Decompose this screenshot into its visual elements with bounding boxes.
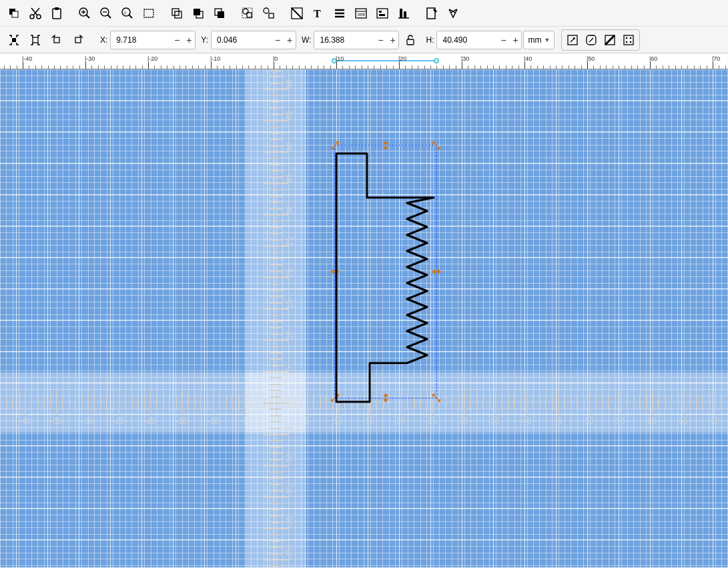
axis-x-label: 25: [428, 416, 436, 426]
ruler-label: |10: [336, 55, 344, 62]
axis-x-label: 15: [365, 416, 374, 426]
svg-rect-28: [379, 14, 385, 16]
axis-y-label: 50: [285, 80, 294, 89]
svg-rect-26: [377, 9, 388, 18]
duplicate-icon[interactable]: [167, 3, 187, 23]
axis-y-label: 10: [285, 331, 294, 340]
svg-text:T: T: [314, 8, 321, 19]
ungroup-icon[interactable]: [259, 3, 279, 23]
unit-selector[interactable]: mm ▼: [523, 31, 555, 49]
move-gradient-icon[interactable]: [601, 32, 619, 48]
svg-point-43: [626, 41, 628, 43]
rotate-ccw-icon[interactable]: [47, 30, 67, 50]
ruler-label: |20: [398, 55, 406, 62]
x-input[interactable]: [111, 31, 171, 49]
h-inc[interactable]: +: [509, 31, 521, 49]
guide-handle-right[interactable]: [434, 58, 439, 63]
move-pattern-icon[interactable]: [620, 32, 637, 48]
paste-icon[interactable]: [47, 3, 67, 23]
ruler-label: |70: [712, 55, 720, 62]
svg-rect-34: [54, 37, 59, 43]
svg-rect-29: [400, 9, 402, 18]
prefs-icon[interactable]: [422, 3, 442, 23]
w-input[interactable]: [314, 31, 374, 49]
w-inc[interactable]: +: [386, 31, 398, 49]
axis-x-label: 60: [647, 416, 656, 426]
select-all-layers-icon[interactable]: [4, 30, 24, 50]
svg-rect-12: [175, 11, 181, 18]
x-field: − +: [110, 31, 196, 49]
chevron-down-icon: ▼: [544, 37, 550, 43]
page-y-axis: -25-20-15-10-55101520253035404550: [246, 69, 306, 568]
zoom-out-icon[interactable]: [96, 3, 116, 23]
axis-y-label: 45: [285, 111, 294, 120]
group-icon[interactable]: [238, 3, 258, 23]
svg-rect-16: [218, 11, 224, 18]
axis-y-label: 20: [285, 268, 294, 277]
y-label: Y:: [197, 35, 210, 45]
y-input[interactable]: [212, 31, 272, 49]
axis-y-label: 30: [285, 206, 294, 214]
h-input[interactable]: [437, 31, 497, 49]
rotate-cw-icon[interactable]: [68, 30, 88, 50]
cut-icon[interactable]: [25, 3, 45, 23]
svg-rect-10: [144, 9, 153, 17]
xml-icon[interactable]: xml: [351, 3, 371, 23]
y-dec[interactable]: −: [272, 31, 284, 49]
scale-corners-icon[interactable]: [583, 32, 600, 48]
drawn-path[interactable]: [334, 143, 440, 403]
selectors-icon[interactable]: [372, 3, 392, 23]
h-dec[interactable]: −: [497, 31, 509, 49]
h-field: − +: [436, 31, 522, 49]
axis-x-label: -25: [113, 416, 124, 426]
axis-y-label: -10: [285, 454, 294, 465]
axis-x-label: 40: [522, 416, 530, 426]
axis-x-label: 30: [459, 416, 468, 426]
y-inc[interactable]: +: [284, 31, 296, 49]
svg-rect-27: [379, 11, 382, 13]
x-label: X:: [96, 35, 109, 45]
x-inc[interactable]: +: [183, 31, 195, 49]
w-dec[interactable]: −: [374, 31, 386, 49]
tool-options-bar: X: − + Y: − + W: − + H: − + mm ▼: [0, 27, 728, 53]
svg-rect-35: [75, 37, 81, 43]
axis-y-label: 35: [285, 174, 294, 183]
ruler-label: |-10: [210, 55, 220, 62]
axis-x-label: -15: [175, 416, 187, 426]
ruler-label: |50: [587, 55, 595, 62]
zoom-fit-icon[interactable]: [139, 3, 159, 23]
axis-x-label: -35: [50, 416, 61, 426]
axis-x-label: 55: [616, 416, 625, 426]
layers-icon[interactable]: [330, 3, 350, 23]
canvas[interactable]: -40-35-30-25-20-15-10-551015202530354045…: [0, 69, 728, 568]
unlock-icon[interactable]: [400, 30, 420, 50]
text-tool-icon[interactable]: T: [308, 3, 328, 23]
axis-x-label: -40: [19, 416, 30, 426]
axis-x-label: 20: [396, 416, 405, 426]
horizontal-ruler[interactable]: |-40|-30|-20|-10|0|10|20|30|40|50|60|70: [0, 53, 728, 69]
svg-rect-21: [269, 13, 274, 18]
ruler-label: |40: [524, 55, 532, 62]
svg-point-20: [264, 8, 269, 13]
doc-props-icon[interactable]: [443, 3, 463, 23]
zoom-1to1-icon[interactable]: 1: [117, 3, 137, 23]
align-icon[interactable]: [394, 3, 414, 23]
axis-y-label: -15: [285, 485, 294, 497]
axis-x-label: 70: [710, 416, 719, 426]
fill-stroke-icon[interactable]: [287, 3, 307, 23]
axis-y-label: 40: [285, 143, 294, 152]
zoom-in-icon[interactable]: [75, 3, 95, 23]
unlink-clone-icon[interactable]: [210, 3, 230, 23]
clone-icon[interactable]: [188, 3, 208, 23]
scale-stroke-icon[interactable]: [564, 32, 581, 48]
x-dec[interactable]: −: [171, 31, 183, 49]
select-same-icon[interactable]: [25, 30, 45, 50]
copy-icon[interactable]: [4, 3, 24, 23]
svg-rect-11: [172, 9, 179, 15]
ruler-label: |30: [461, 55, 469, 62]
svg-rect-1: [12, 11, 18, 17]
svg-rect-4: [53, 9, 61, 19]
w-field: − +: [314, 31, 399, 49]
selection-indicator: [334, 60, 436, 61]
svg-rect-5: [55, 7, 59, 10]
